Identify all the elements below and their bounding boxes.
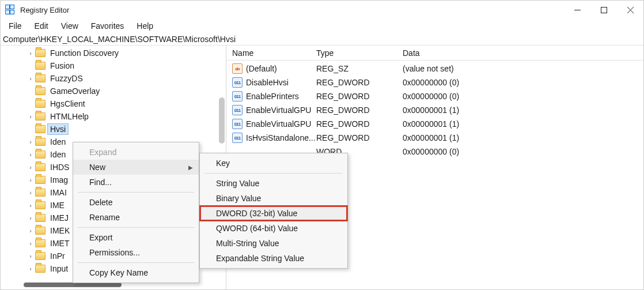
expander-icon[interactable]: ›: [26, 75, 35, 82]
value-row[interactable]: 011EnableVirtualGPUREG_DWORD0x00000001 (…: [226, 103, 643, 117]
tree-node-label: Iden: [48, 149, 68, 160]
column-header-type[interactable]: Type: [316, 48, 403, 58]
svg-rect-1: [601, 7, 607, 13]
tree-node[interactable]: Hvsi: [26, 123, 226, 135]
menu-help[interactable]: Help: [131, 20, 159, 32]
binary-value-icon: 011: [232, 105, 243, 115]
expander-icon[interactable]: ›: [26, 265, 35, 272]
folder-icon: [35, 189, 46, 197]
expander-icon[interactable]: ›: [26, 138, 35, 145]
value-row[interactable]: 011EnablePrintersREG_DWORD0x00000000 (0): [226, 89, 643, 103]
value-row[interactable]: 011EnableVirtualGPUREG_DWORD0x00000001 (…: [226, 117, 643, 131]
value-data: (value not set): [403, 64, 643, 73]
ctx-export[interactable]: Export: [73, 230, 199, 245]
folder-icon: [35, 265, 46, 273]
binary-value-icon: 011: [232, 91, 243, 101]
window-controls: [564, 1, 643, 19]
tree-node-label: IME: [48, 200, 67, 210]
close-button[interactable]: [617, 1, 643, 19]
menu-view[interactable]: View: [55, 20, 84, 32]
tree-node[interactable]: ›HTMLHelp: [26, 110, 226, 123]
value-name: IsHvsiStandalone...: [246, 133, 316, 142]
tree-node-label: IHDS: [48, 162, 71, 172]
minimize-button[interactable]: [564, 1, 590, 19]
folder-icon: [35, 87, 46, 95]
folder-icon: [35, 112, 46, 120]
folder-icon: [35, 201, 46, 209]
ctx-rename[interactable]: Rename: [73, 210, 199, 225]
menu-file[interactable]: File: [3, 20, 28, 32]
string-value-icon: ab: [232, 63, 243, 74]
value-name: EnableVirtualGPU: [246, 106, 316, 115]
expander-icon[interactable]: ›: [26, 151, 35, 158]
tree-node[interactable]: ›Function Discovery: [26, 47, 226, 59]
expander-icon[interactable]: ›: [26, 227, 35, 234]
maximize-button[interactable]: [590, 1, 617, 19]
folder-icon: [35, 163, 46, 171]
expander-icon[interactable]: ›: [26, 50, 35, 57]
value-type: REG_DWORD: [316, 92, 403, 101]
tree-node-label: Iden: [48, 137, 68, 147]
titlebar: Registry Editor: [1, 1, 643, 19]
expander-icon[interactable]: ›: [26, 176, 35, 183]
context-menu: Expand New ▶ Find... Delete Rename Expor…: [73, 142, 199, 283]
expander-icon[interactable]: ›: [26, 202, 35, 209]
tree-node-label: Fusion: [48, 61, 77, 71]
sub-binary-value[interactable]: Binary Value: [200, 191, 347, 206]
column-header-data[interactable]: Data: [403, 48, 643, 58]
ctx-separator: [204, 173, 343, 174]
tree-horizontal-scrollbar[interactable]: [24, 283, 122, 287]
expander-icon[interactable]: ›: [26, 113, 35, 120]
value-row[interactable]: ab(Default)REG_SZ(value not set): [226, 62, 643, 76]
sub-string-value[interactable]: String Value: [200, 176, 347, 191]
values-list: ab(Default)REG_SZ(value not set)011Disab…: [226, 61, 643, 159]
folder-icon: [35, 252, 46, 260]
address-bar[interactable]: Computer\HKEY_LOCAL_MACHINE\SOFTWARE\Mic…: [1, 33, 643, 46]
tree-vertical-scrollbar[interactable]: [219, 97, 225, 144]
value-data: 0x00000000 (0): [403, 147, 643, 156]
value-row[interactable]: 011IsHvsiStandalone...REG_DWORD0x0000000…: [226, 131, 643, 145]
value-row[interactable]: 011DisableHvsiREG_DWORD0x00000000 (0): [226, 76, 643, 89]
sub-expandable-string[interactable]: Expandable String Value: [200, 251, 347, 266]
ctx-find[interactable]: Find...: [73, 175, 199, 190]
ctx-expand[interactable]: Expand: [73, 145, 199, 160]
tree-node[interactable]: Fusion: [26, 59, 226, 72]
sub-multi-string[interactable]: Multi-String Value: [200, 236, 347, 251]
tree-node-label: Hvsi: [48, 124, 68, 134]
tree-node-label: IMAI: [48, 187, 69, 198]
tree-node[interactable]: ›FuzzyDS: [26, 72, 226, 85]
value-type: REG_DWORD: [316, 78, 403, 87]
tree-node[interactable]: GameOverlay: [26, 85, 226, 97]
value-data: 0x00000000 (0): [403, 92, 643, 101]
value-name: (Default): [246, 64, 316, 73]
folder-icon: [35, 150, 46, 159]
ctx-separator: [78, 192, 194, 193]
ctx-new-label: New: [89, 163, 105, 172]
address-text: Computer\HKEY_LOCAL_MACHINE\SOFTWARE\Mic…: [3, 35, 236, 44]
ctx-separator: [78, 227, 194, 228]
binary-value-icon: 011: [232, 77, 243, 88]
sub-qword-value[interactable]: QWORD (64-bit) Value: [200, 221, 347, 236]
menu-favorites[interactable]: Favorites: [85, 20, 130, 32]
ctx-delete[interactable]: Delete: [73, 195, 199, 210]
folder-icon: [35, 227, 46, 235]
ctx-permissions[interactable]: Permissions...: [73, 245, 199, 260]
window-title: Registry Editor: [20, 6, 69, 14]
expander-icon[interactable]: ›: [26, 189, 35, 196]
column-header-name[interactable]: Name: [232, 48, 316, 58]
folder-icon: [35, 138, 46, 146]
ctx-separator: [78, 262, 194, 263]
menu-edit[interactable]: Edit: [29, 20, 54, 32]
tree-node-label: Imag: [48, 175, 70, 185]
ctx-new[interactable]: New ▶: [73, 160, 199, 175]
expander-icon[interactable]: ›: [26, 253, 35, 259]
expander-icon[interactable]: ›: [26, 240, 35, 247]
sub-key[interactable]: Key: [200, 156, 347, 171]
expander-icon[interactable]: ›: [26, 214, 35, 221]
expander-icon[interactable]: ›: [26, 164, 35, 171]
binary-value-icon: 011: [232, 133, 243, 143]
sub-dword-value[interactable]: DWORD (32-bit) Value: [200, 206, 347, 221]
ctx-copy-key-name[interactable]: Copy Key Name: [73, 265, 199, 280]
regedit-icon: [5, 5, 16, 15]
tree-node[interactable]: HgsClient: [26, 97, 226, 110]
